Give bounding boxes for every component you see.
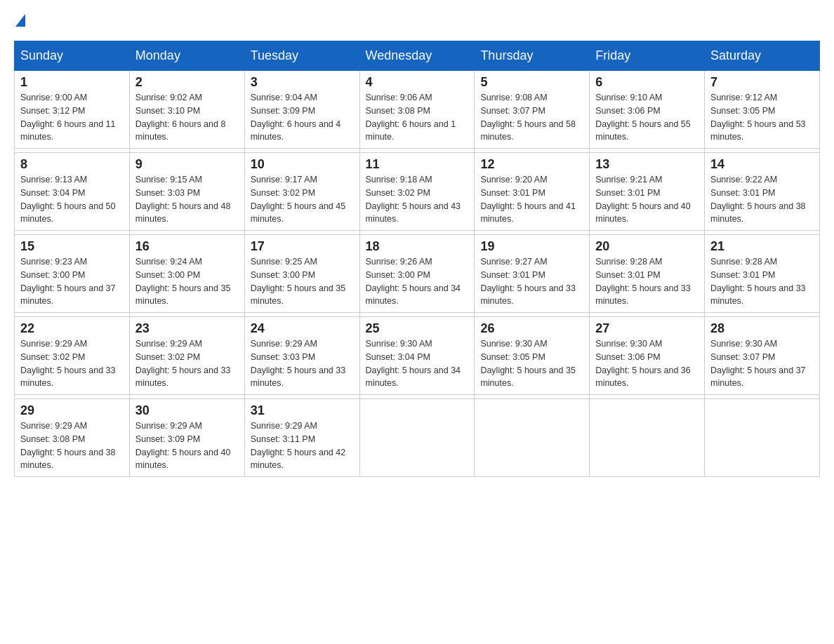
day-info: Sunrise: 9:29 AMSunset: 3:11 PMDaylight:… [251,420,354,472]
calendar-cell: 18Sunrise: 9:26 AMSunset: 3:00 PMDayligh… [359,235,475,313]
day-info: Sunrise: 9:08 AMSunset: 3:07 PMDaylight:… [480,91,583,144]
calendar-table: SundayMondayTuesdayWednesdayThursdayFrid… [14,41,820,477]
day-info: Sunrise: 9:00 AMSunset: 3:12 PMDaylight:… [20,91,124,144]
calendar-cell: 28Sunrise: 9:30 AMSunset: 3:07 PMDayligh… [705,317,820,395]
day-info: Sunrise: 9:24 AMSunset: 3:00 PMDaylight:… [135,255,239,308]
calendar-cell: 7Sunrise: 9:12 AMSunset: 3:05 PMDaylight… [705,71,820,149]
weekday-header-saturday: Saturday [705,41,820,71]
calendar-cell: 17Sunrise: 9:25 AMSunset: 3:00 PMDayligh… [244,235,359,313]
day-info: Sunrise: 9:06 AMSunset: 3:08 PMDaylight:… [366,91,469,144]
day-number: 3 [251,75,354,90]
day-info: Sunrise: 9:23 AMSunset: 3:00 PMDaylight:… [20,255,124,308]
day-info: Sunrise: 9:18 AMSunset: 3:02 PMDaylight:… [366,173,469,226]
calendar-week-row: 22Sunrise: 9:29 AMSunset: 3:02 PMDayligh… [15,317,820,395]
day-number: 7 [710,75,814,90]
weekday-header-tuesday: Tuesday [244,41,359,71]
day-info: Sunrise: 9:26 AMSunset: 3:00 PMDaylight:… [366,255,469,308]
calendar-cell: 19Sunrise: 9:27 AMSunset: 3:01 PMDayligh… [475,235,590,313]
day-number: 19 [480,239,583,254]
day-number: 18 [366,239,469,254]
calendar-cell: 27Sunrise: 9:30 AMSunset: 3:06 PMDayligh… [590,317,705,395]
calendar-header-row: SundayMondayTuesdayWednesdayThursdayFrid… [15,41,820,71]
day-number: 20 [595,239,699,254]
calendar-cell: 26Sunrise: 9:30 AMSunset: 3:05 PMDayligh… [475,317,590,395]
day-number: 28 [710,321,814,336]
day-number: 24 [251,321,354,336]
calendar-cell: 5Sunrise: 9:08 AMSunset: 3:07 PMDaylight… [475,71,590,149]
day-number: 12 [480,157,583,172]
day-info: Sunrise: 9:17 AMSunset: 3:02 PMDaylight:… [251,173,354,226]
logo [14,14,27,27]
calendar-week-row: 15Sunrise: 9:23 AMSunset: 3:00 PMDayligh… [15,235,820,313]
day-info: Sunrise: 9:29 AMSunset: 3:02 PMDaylight:… [20,337,124,390]
calendar-cell: 12Sunrise: 9:20 AMSunset: 3:01 PMDayligh… [475,153,590,231]
day-number: 10 [251,157,354,172]
calendar-cell: 6Sunrise: 9:10 AMSunset: 3:06 PMDaylight… [590,71,705,149]
calendar-cell: 24Sunrise: 9:29 AMSunset: 3:03 PMDayligh… [244,317,359,395]
day-number: 2 [135,75,239,90]
day-info: Sunrise: 9:29 AMSunset: 3:08 PMDaylight:… [20,420,124,472]
calendar-cell: 15Sunrise: 9:23 AMSunset: 3:00 PMDayligh… [15,235,130,313]
day-number: 29 [20,403,124,418]
day-number: 17 [251,239,354,254]
day-number: 26 [480,321,583,336]
calendar-cell: 4Sunrise: 9:06 AMSunset: 3:08 PMDaylight… [359,71,475,149]
calendar-cell: 21Sunrise: 9:28 AMSunset: 3:01 PMDayligh… [705,235,820,313]
day-number: 27 [595,321,699,336]
day-info: Sunrise: 9:15 AMSunset: 3:03 PMDaylight:… [135,173,239,226]
calendar-week-row: 29Sunrise: 9:29 AMSunset: 3:08 PMDayligh… [15,399,820,477]
weekday-header-monday: Monday [129,41,244,71]
day-number: 4 [366,75,469,90]
day-info: Sunrise: 9:30 AMSunset: 3:05 PMDaylight:… [480,337,583,390]
day-number: 1 [20,75,124,90]
day-info: Sunrise: 9:28 AMSunset: 3:01 PMDaylight:… [710,255,814,308]
day-info: Sunrise: 9:25 AMSunset: 3:00 PMDaylight:… [251,255,354,308]
calendar-cell [475,399,590,477]
day-number: 13 [595,157,699,172]
day-info: Sunrise: 9:30 AMSunset: 3:04 PMDaylight:… [366,337,469,390]
day-info: Sunrise: 9:29 AMSunset: 3:02 PMDaylight:… [135,337,239,390]
calendar-cell: 11Sunrise: 9:18 AMSunset: 3:02 PMDayligh… [359,153,475,231]
calendar-cell: 31Sunrise: 9:29 AMSunset: 3:11 PMDayligh… [244,399,359,477]
weekday-header-friday: Friday [590,41,705,71]
day-info: Sunrise: 9:30 AMSunset: 3:07 PMDaylight:… [710,337,814,390]
calendar-cell: 8Sunrise: 9:13 AMSunset: 3:04 PMDaylight… [15,153,130,231]
day-number: 25 [366,321,469,336]
calendar-cell: 29Sunrise: 9:29 AMSunset: 3:08 PMDayligh… [15,399,130,477]
day-info: Sunrise: 9:28 AMSunset: 3:01 PMDaylight:… [595,255,699,308]
calendar-cell: 30Sunrise: 9:29 AMSunset: 3:09 PMDayligh… [129,399,244,477]
day-number: 9 [135,157,239,172]
weekday-header-wednesday: Wednesday [359,41,475,71]
calendar-week-row: 8Sunrise: 9:13 AMSunset: 3:04 PMDaylight… [15,153,820,231]
day-info: Sunrise: 9:02 AMSunset: 3:10 PMDaylight:… [135,91,239,144]
day-info: Sunrise: 9:30 AMSunset: 3:06 PMDaylight:… [595,337,699,390]
day-info: Sunrise: 9:22 AMSunset: 3:01 PMDaylight:… [710,173,814,226]
day-info: Sunrise: 9:21 AMSunset: 3:01 PMDaylight:… [595,173,699,226]
day-number: 14 [710,157,814,172]
calendar-cell: 9Sunrise: 9:15 AMSunset: 3:03 PMDaylight… [129,153,244,231]
calendar-cell: 20Sunrise: 9:28 AMSunset: 3:01 PMDayligh… [590,235,705,313]
day-info: Sunrise: 9:20 AMSunset: 3:01 PMDaylight:… [480,173,583,226]
weekday-header-thursday: Thursday [475,41,590,71]
calendar-cell: 13Sunrise: 9:21 AMSunset: 3:01 PMDayligh… [590,153,705,231]
day-info: Sunrise: 9:13 AMSunset: 3:04 PMDaylight:… [20,173,124,226]
calendar-cell: 3Sunrise: 9:04 AMSunset: 3:09 PMDaylight… [244,71,359,149]
day-info: Sunrise: 9:10 AMSunset: 3:06 PMDaylight:… [595,91,699,144]
day-number: 31 [251,403,354,418]
day-number: 22 [20,321,124,336]
day-info: Sunrise: 9:04 AMSunset: 3:09 PMDaylight:… [251,91,354,144]
calendar-cell: 14Sunrise: 9:22 AMSunset: 3:01 PMDayligh… [705,153,820,231]
day-number: 15 [20,239,124,254]
day-number: 21 [710,239,814,254]
weekday-header-sunday: Sunday [15,41,130,71]
day-number: 30 [135,403,239,418]
day-number: 8 [20,157,124,172]
day-info: Sunrise: 9:29 AMSunset: 3:09 PMDaylight:… [135,420,239,472]
day-info: Sunrise: 9:27 AMSunset: 3:01 PMDaylight:… [480,255,583,308]
calendar-cell: 22Sunrise: 9:29 AMSunset: 3:02 PMDayligh… [15,317,130,395]
calendar-cell: 23Sunrise: 9:29 AMSunset: 3:02 PMDayligh… [129,317,244,395]
calendar-cell [705,399,820,477]
calendar-cell: 2Sunrise: 9:02 AMSunset: 3:10 PMDaylight… [129,71,244,149]
day-info: Sunrise: 9:12 AMSunset: 3:05 PMDaylight:… [710,91,814,144]
calendar-cell: 25Sunrise: 9:30 AMSunset: 3:04 PMDayligh… [359,317,475,395]
